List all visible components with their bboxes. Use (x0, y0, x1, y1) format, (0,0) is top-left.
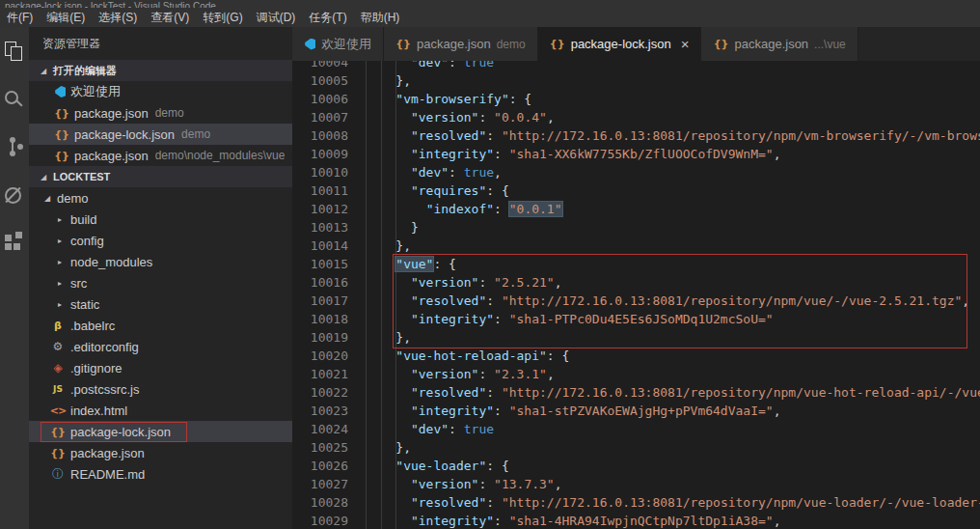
tab-package.json[interactable]: {}package.json...\vue (701, 27, 858, 61)
code-line[interactable]: 10021 "version": "2.3.1", (292, 365, 980, 383)
menu-item[interactable]: 查看(V) (144, 10, 196, 26)
code-line[interactable]: 10024 "dev": true (292, 420, 980, 438)
open-editor-item[interactable]: {}package.jsondemo (29, 102, 292, 124)
line-number: 10029 (292, 512, 348, 529)
file-package.json[interactable]: {}package.json (29, 442, 292, 463)
menu-item[interactable]: 任务(T) (302, 10, 353, 26)
code-line[interactable]: 10018 "integrity": "sha1-PTPc0Du4E5Es6JS… (292, 310, 980, 328)
line-number: 10028 (292, 493, 348, 512)
code-line[interactable]: 10012 "indexof": "0.0.1" (292, 200, 980, 218)
file-.gitignore[interactable]: ◈.gitignore (29, 357, 292, 378)
close-icon[interactable]: × (681, 36, 690, 52)
line-number: 10005 (292, 71, 348, 90)
code-line[interactable]: 10017 "resolved": "http://172.16.0.13:80… (292, 292, 980, 310)
line-content: "version": "2.3.1", (366, 365, 555, 383)
code-line[interactable]: 10019 }, (292, 328, 980, 347)
folder-src[interactable]: ▸src (29, 272, 292, 293)
menu-item[interactable]: 帮助(H) (354, 10, 407, 26)
debug-icon[interactable] (3, 185, 24, 207)
line-content: }, (366, 71, 411, 90)
folder-static[interactable]: ▸static (29, 293, 292, 315)
chevron-expanded-icon: ◢ (44, 194, 57, 203)
explorer-icon[interactable] (3, 41, 24, 62)
file-.editorconfig[interactable]: ⚙.editorconfig (29, 336, 292, 357)
editor-column: 欢迎使用{}package.jsondemo{}package-lock.jso… (292, 27, 980, 529)
code-line[interactable]: 10007 "version": "0.0.4", (292, 108, 980, 126)
tab-package-lock.json[interactable]: {}package-lock.json× (538, 27, 702, 61)
code-line[interactable]: 10027 "version": "13.7.3", (292, 475, 980, 493)
file-.postcssrc.js[interactable]: JS.postcssrc.js (29, 378, 292, 400)
code-line[interactable]: 10008 "resolved": "http://172.16.0.13:80… (292, 126, 980, 145)
info-icon: ⓘ (50, 466, 66, 483)
code-line[interactable]: 10023 "integrity": "sha1-stPZVAKoEWAjgHg… (292, 402, 980, 420)
file-index.html[interactable]: <>index.html (29, 400, 292, 421)
line-number: 10023 (292, 402, 348, 420)
line-number: 10020 (292, 347, 348, 365)
row-detail: demo (155, 106, 184, 120)
menu-item[interactable]: 转到(G) (196, 10, 249, 26)
file-.babelrc[interactable]: β.babelrc (29, 315, 292, 336)
menu-item[interactable]: 选择(S) (92, 10, 144, 26)
code-line[interactable]: 10028 "resolved": "http://172.16.0.13:80… (292, 493, 980, 512)
code-line[interactable]: 10006 "vm-browserify": { (292, 90, 980, 108)
file-README.md[interactable]: ⓘREADME.md (29, 463, 292, 485)
row-label: src (70, 276, 87, 291)
chevron-collapsed-icon: ▸ (58, 300, 70, 309)
code-line[interactable]: 10013 } (292, 218, 980, 237)
extensions-icon[interactable] (3, 232, 24, 253)
row-label: .gitignore (70, 361, 122, 376)
folder-node_modules[interactable]: ▸node_modules (29, 251, 292, 272)
row-label: .postcssrc.js (70, 382, 140, 397)
tab-package.json[interactable]: {}package.jsondemo (384, 27, 538, 61)
line-content: "vm-browserify": { (366, 90, 531, 108)
row-label: build (70, 212, 96, 227)
search-icon[interactable] (3, 89, 24, 110)
open-editors-list: 欢迎使用{}package.jsondemo{}package-lock.jso… (29, 81, 292, 166)
main-area: 资源管理器 ◢ 打开的编辑器 欢迎使用{}package.jsondemo{}p… (0, 27, 980, 529)
open-editors-header[interactable]: ◢ 打开的编辑器 (29, 60, 292, 81)
tree-header[interactable]: ◢ LOCKTEST (29, 166, 292, 187)
code-line[interactable]: 10020 "vue-hot-reload-api": { (292, 347, 980, 365)
menu-item[interactable]: 编辑(E) (40, 10, 92, 26)
folder-build[interactable]: ▸build (29, 209, 292, 230)
code-line[interactable]: 10010 "dev": true, (292, 163, 980, 181)
row-detail: demo (181, 127, 210, 141)
editor[interactable]: 10004 "dev": true10005 },10006 "vm-brows… (292, 61, 980, 529)
code-line[interactable]: 10005 }, (292, 71, 980, 90)
chevron-collapsed-icon: ▸ (58, 258, 70, 266)
open-editor-item[interactable]: 欢迎使用 (29, 81, 292, 102)
tab-欢迎使用[interactable]: 欢迎使用 (292, 27, 384, 61)
source-control-icon[interactable] (3, 137, 24, 158)
file-package-lock.json[interactable]: {}package-lock.json (29, 421, 292, 442)
code-line[interactable]: 10016 "version": "2.5.21", (292, 273, 980, 292)
line-content: } (366, 218, 419, 237)
open-editor-item[interactable]: {}package-lock.jsondemo (29, 124, 292, 145)
line-number: 10021 (292, 365, 348, 383)
menu-item[interactable]: 件(F) (0, 10, 40, 26)
folder-demo[interactable]: ◢demo (29, 187, 292, 209)
folder-config[interactable]: ▸config (29, 230, 292, 251)
git-icon: ◈ (50, 361, 66, 375)
line-number: 10027 (292, 475, 348, 493)
code-line[interactable]: 10011 "requires": { (292, 181, 980, 200)
line-content: "integrity": "sha1-stPZVAKoEWAjgHg+pPVm6… (366, 402, 780, 420)
code-line[interactable]: 10014 }, (292, 237, 980, 255)
sidebar-title: 资源管理器 (29, 27, 292, 60)
code-area[interactable]: 10004 "dev": true10005 },10006 "vm-brows… (292, 61, 980, 529)
json-icon: {} (54, 150, 69, 162)
code-line[interactable]: 10029 "integrity": "sha1-4HRA94IwpjnQCtp… (292, 512, 980, 529)
tab-bar: 欢迎使用{}package.jsondemo{}package-lock.jso… (292, 27, 980, 61)
menu-item[interactable]: 调试(D) (250, 10, 303, 26)
row-label: config (70, 234, 104, 248)
tab-detail: demo (497, 38, 526, 51)
code-line[interactable]: 10009 "integrity": "sha1-XX6kW7755Kb/Zfl… (292, 145, 980, 163)
row-label: 欢迎使用 (70, 83, 121, 100)
code-line[interactable]: 10026 "vue-loader": { (292, 457, 980, 475)
code-line[interactable]: 10015 "vue": { (292, 255, 980, 273)
code-line[interactable]: 10025 }, (292, 438, 980, 457)
code-line[interactable]: 10004 "dev": true (292, 61, 980, 71)
open-editor-item[interactable]: {}package.jsondemo\node_modules\vue (29, 145, 292, 166)
open-editors-label: 打开的编辑器 (53, 64, 117, 78)
file-tree: ◢demo▸build▸config▸node_modules▸src▸stat… (29, 187, 292, 485)
code-line[interactable]: 10022 "resolved": "http://172.16.0.13:80… (292, 383, 980, 402)
